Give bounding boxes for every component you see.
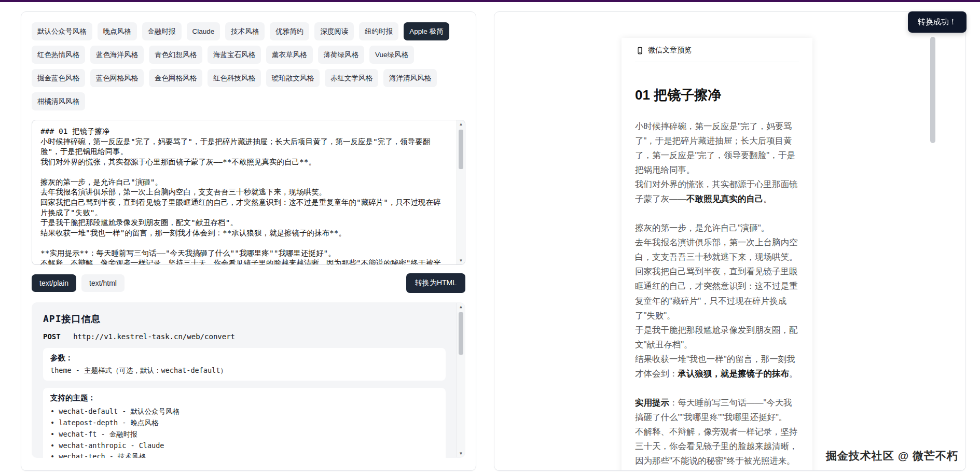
theme-button[interactable]: 青色幻想风格	[149, 46, 202, 64]
theme-button[interactable]: 蓝色网格风格	[90, 69, 144, 87]
theme-button[interactable]: Claude	[187, 22, 220, 40]
api-info-title: API接口信息	[43, 313, 446, 325]
article-paragraph: 我们对外界的慌张，其实都源于心里那面镜子蒙了灰——不敢照见真实的自己。	[635, 177, 799, 206]
api-info-panel: API接口信息 POST http://v1.kestrel-task.cn/w…	[32, 302, 465, 458]
api-params-box: 参数： theme - 主题样式（可选，默认：wechat-default）	[43, 348, 446, 381]
api-themes-title: 支持的主题：	[50, 393, 438, 403]
api-theme-item: • wechat-anthropic - Claude	[50, 440, 438, 452]
editor-scrollbar-thumb[interactable]	[459, 130, 463, 169]
theme-button[interactable]: 柑橘清风风格	[32, 92, 85, 110]
theme-button[interactable]: 琥珀散文风格	[266, 69, 320, 87]
theme-button[interactable]: 薄荷绿风格	[318, 46, 365, 64]
markdown-input[interactable]: ### 01 把镜子擦净 小时候摔碎碗，第一反应是"完了，妈要骂了"，于是把碎片…	[32, 120, 465, 265]
article-paragraph: 实用提示：每天睡前写三句话——"今天我搞砸了什么""我哪里疼""我哪里还挺好"。	[635, 395, 799, 424]
api-params-title: 参数：	[50, 353, 438, 363]
api-theme-item: • wechat-default - 默认公众号风格	[50, 406, 438, 417]
api-scrollbar-thumb[interactable]	[459, 312, 463, 355]
scroll-down-icon[interactable]: ▼	[457, 257, 465, 264]
article-heading: 01 把镜子擦净	[635, 86, 799, 104]
success-toast: 转换成功！	[908, 11, 967, 33]
format-toolbar: text/plain text/html 转换为HTML	[32, 273, 465, 293]
theme-list: 默认公众号风格晚点风格金融时报Claude技术风格优雅简约深度阅读纽约时报App…	[32, 22, 465, 110]
preview-scrollbar-thumb[interactable]	[930, 37, 935, 143]
article-paragraph: 回家我把自己骂到半夜，直到看见镜子里眼眶通红的自己，才突然意识到：这不过是重复童…	[635, 264, 799, 322]
article-paragraph: 结果收获一堆"我也一样"的留言，那一刻我才体会到：承认狼狈，就是擦镜子的抹布。	[635, 352, 799, 381]
api-theme-list: • wechat-default - 默认公众号风格• latepost-dep…	[50, 406, 438, 458]
editor-container: ### 01 把镜子擦净 小时候摔碎碗，第一反应是"完了，妈要骂了"，于是把碎片…	[32, 120, 465, 265]
phone-icon	[636, 47, 644, 54]
preview-title: 微信文章预览	[648, 46, 692, 55]
theme-button[interactable]: 金色网格风格	[149, 69, 202, 87]
api-scrollbar[interactable]: ▲ ▼	[457, 303, 465, 457]
theme-button[interactable]: 优雅简约	[270, 22, 309, 40]
scroll-up-icon[interactable]: ▲	[457, 303, 465, 311]
article-paragraph: 擦灰的第一步，是允许自己"演砸"。	[635, 220, 799, 235]
article-paragraph: 去年我报名演讲俱乐部，第一次上台脑内空白，支支吾吾三十秒就逃下来，现场哄笑。	[635, 235, 799, 264]
preview-header: 微信文章预览	[635, 38, 799, 62]
theme-button[interactable]: 掘金蓝色风格	[32, 69, 85, 87]
api-params-desc: theme - 主题样式（可选，默认：wechat-default）	[50, 366, 438, 375]
main-layout: 默认公众号风格晚点风格金融时报Claude技术风格优雅简约深度阅读纽约时报App…	[0, 2, 980, 471]
api-theme-item: • latepost-depth - 晚点风格	[50, 417, 438, 429]
tab-text-html[interactable]: text/html	[81, 274, 125, 292]
tab-text-plain[interactable]: text/plain	[32, 274, 76, 292]
theme-button[interactable]: 深度阅读	[314, 22, 354, 40]
theme-button[interactable]: 默认公众号风格	[32, 22, 92, 40]
wechat-preview-card: 微信文章预览 01 把镜子擦净 小时候摔碎碗，第一反应是"完了，妈要骂了"，于是…	[622, 38, 812, 471]
theme-button[interactable]: 纽约时报	[359, 22, 398, 40]
article-preview: 01 把镜子擦净 小时候摔碎碗，第一反应是"完了，妈要骂了"，于是把碎片藏进抽屉…	[635, 62, 799, 468]
api-url: http://v1.kestrel-task.cn/web/convert	[73, 332, 235, 341]
theme-button[interactable]: 薰衣草风格	[266, 46, 313, 64]
theme-button[interactable]: 海蓝宝石风格	[208, 46, 261, 64]
article-body: 小时候摔碎碗，第一反应是"完了，妈要骂了"，于是把碎片藏进抽屉；长大后项目黄了，…	[635, 119, 799, 468]
scroll-up-icon[interactable]: ▲	[457, 120, 465, 128]
api-theme-item: • wechat-tech - 技术风格	[50, 451, 438, 458]
theme-button[interactable]: 红色热情风格	[32, 46, 85, 64]
article-paragraph: 于是我干脆把那段尴尬录像发到朋友圈，配文"献丑存档"。	[635, 323, 799, 352]
theme-button[interactable]: Vue绿风格	[369, 46, 414, 64]
theme-button[interactable]: 蓝色海洋风格	[90, 46, 144, 64]
api-theme-item: • wechat-ft - 金融时报	[50, 429, 438, 440]
theme-button[interactable]: 赤红文学风格	[325, 69, 378, 87]
theme-button[interactable]: 红色科技风格	[208, 69, 261, 87]
theme-button[interactable]: 技术风格	[225, 22, 265, 40]
convert-button[interactable]: 转换为HTML	[406, 273, 465, 293]
api-themes-box: 支持的主题： • wechat-default - 默认公众号风格• latep…	[43, 388, 446, 458]
article-paragraph: 不解释、不辩解，像旁观者一样记录，坚持三十天，你会看见镜子里的脸越来越清晰，因为…	[635, 424, 799, 468]
article-paragraph: 小时候摔碎碗，第一反应是"完了，妈要骂了"，于是把碎片藏进抽屉；长大后项目黄了，…	[635, 119, 799, 177]
theme-button[interactable]: 晚点风格	[98, 22, 137, 40]
theme-button[interactable]: 金融时报	[142, 22, 182, 40]
api-endpoint: POST http://v1.kestrel-task.cn/web/conve…	[43, 332, 446, 341]
editor-scrollbar[interactable]: ▲ ▼	[457, 120, 465, 264]
scroll-down-icon[interactable]: ▼	[457, 450, 465, 457]
watermark: 掘金技术社区 @ 微芒不朽	[826, 449, 958, 463]
preview-panel: 微信文章预览 01 把镜子擦净 小时候摔碎碗，第一反应是"完了，妈要骂了"，于是…	[494, 11, 966, 471]
theme-button[interactable]: Apple 极简	[404, 22, 449, 40]
left-panel: 默认公众号风格晚点风格金融时报Claude技术风格优雅简约深度阅读纽约时报App…	[21, 11, 476, 471]
theme-button[interactable]: 海洋清风风格	[383, 69, 437, 87]
http-method-label: POST	[43, 332, 61, 341]
